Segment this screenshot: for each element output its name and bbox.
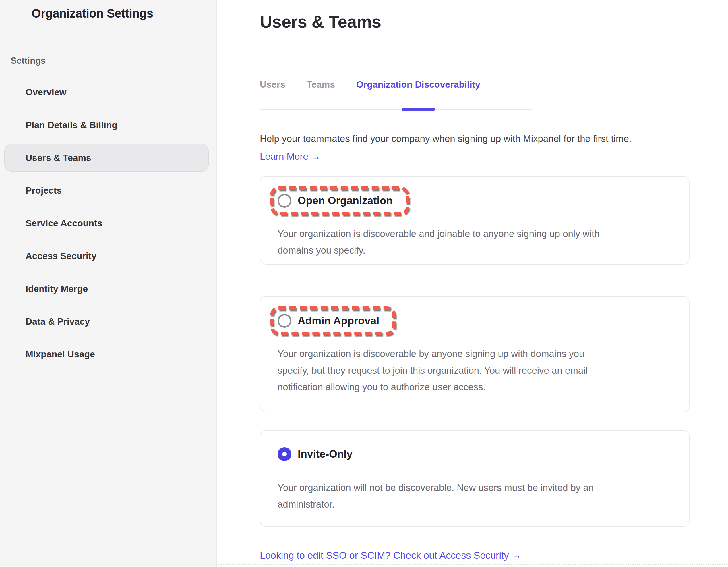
sidebar-item-label: Access Security: [4, 250, 96, 262]
learn-more-link[interactable]: Learn More →: [260, 150, 321, 163]
sidebar-item-label: Data & Privacy: [4, 316, 90, 327]
sidebar-item-mixpanel-usage[interactable]: Mixpanel Usage: [4, 338, 209, 371]
option-label: Admin Approval: [298, 315, 379, 327]
option-description: Your organization is discoverable by any…: [278, 346, 677, 396]
tab-bar: Users Teams Organization Discoverability: [260, 79, 532, 110]
sidebar-item-label: Plan Details & Billing: [4, 119, 117, 131]
sidebar-item-label: Users & Teams: [4, 152, 91, 163]
sidebar-item-label: Identity Merge: [4, 283, 88, 295]
radio-option-admin-approval[interactable]: Admin Approval: [278, 314, 379, 328]
sidebar-item-label: Service Accounts: [4, 217, 102, 229]
option-label: Invite-Only: [298, 448, 353, 460]
tab-organization-discoverability[interactable]: Organization Discoverability: [356, 79, 480, 109]
sidebar-item-plan-details-billing[interactable]: Plan Details & Billing: [4, 109, 209, 141]
learn-more-label: Learn More: [260, 150, 308, 163]
discoverability-options: Open Organization Your organization is d…: [260, 176, 690, 527]
sidebar: Organization Settings Settings Overview …: [0, 0, 217, 567]
sidebar-item-overview[interactable]: Overview: [4, 76, 209, 109]
arrow-right-icon: →: [512, 549, 521, 562]
tab-users[interactable]: Users: [260, 79, 285, 109]
option-card-open-organization: Open Organization Your organization is d…: [260, 176, 690, 264]
sidebar-item-label: Overview: [4, 86, 66, 98]
sidebar-item-label: Mixpanel Usage: [4, 349, 95, 360]
sidebar-nav: Overview Plan Details & Billing Users & …: [0, 76, 216, 371]
description-line: Your organization will not be discoverab…: [278, 479, 677, 496]
description-line: Your organization is discoverable and jo…: [278, 225, 677, 242]
app-window: Organization Settings Settings Overview …: [0, 0, 728, 567]
option-card-invite-only: Invite-Only Your organization will not b…: [260, 430, 690, 527]
annotation-wrap: Open Organization: [270, 186, 409, 215]
radio-option-open-organization[interactable]: Open Organization: [278, 194, 393, 208]
active-tab-indicator: [402, 108, 435, 111]
page-title: Users & Teams: [260, 11, 690, 32]
arrow-right-icon: →: [311, 150, 321, 163]
invite-only-radio-selected[interactable]: [278, 447, 291, 461]
sidebar-item-label: Projects: [4, 185, 62, 196]
description-line: specify, but they request to join this o…: [278, 362, 677, 379]
description-line: Your organization is discoverable by any…: [278, 346, 677, 362]
tab-label: Organization Discoverability: [356, 79, 480, 90]
option-description: Your organization is discoverable and jo…: [278, 225, 677, 259]
sidebar-item-users-teams[interactable]: Users & Teams: [4, 141, 209, 174]
sidebar-section-label: Settings: [11, 55, 216, 67]
footer-link-label: Looking to edit SSO or SCIM? Check out A…: [260, 549, 509, 562]
sidebar-item-data-privacy[interactable]: Data & Privacy: [4, 305, 209, 338]
option-label: Open Organization: [298, 195, 393, 207]
admin-approval-radio[interactable]: [278, 314, 291, 328]
tab-teams[interactable]: Teams: [307, 79, 335, 109]
intro-text: Help your teammates find your company wh…: [260, 132, 690, 145]
annotation-wrap: Admin Approval: [270, 307, 396, 335]
option-card-admin-approval: Admin Approval Your organization is disc…: [260, 296, 690, 412]
tab-label: Teams: [307, 79, 335, 90]
sidebar-title: Organization Settings: [32, 6, 216, 21]
access-security-link[interactable]: Looking to edit SSO or SCIM? Check out A…: [260, 549, 521, 562]
tab-label: Users: [260, 79, 285, 90]
cut-off-divider: [218, 564, 728, 565]
description-line: administrator.: [278, 496, 677, 513]
sidebar-item-access-security[interactable]: Access Security: [4, 239, 209, 272]
sidebar-item-projects[interactable]: Projects: [4, 174, 209, 207]
description-line: notification allowing you to authorize u…: [278, 379, 677, 396]
main-content: Users & Teams Users Teams Organization D…: [217, 0, 728, 567]
sidebar-item-service-accounts[interactable]: Service Accounts: [4, 207, 209, 239]
description-line: domains you specify.: [278, 242, 677, 259]
radio-option-invite-only[interactable]: Invite-Only: [278, 447, 677, 461]
open-organization-radio[interactable]: [278, 194, 291, 208]
sidebar-item-identity-merge[interactable]: Identity Merge: [4, 272, 209, 305]
option-description: Your organization will not be discoverab…: [278, 479, 677, 513]
